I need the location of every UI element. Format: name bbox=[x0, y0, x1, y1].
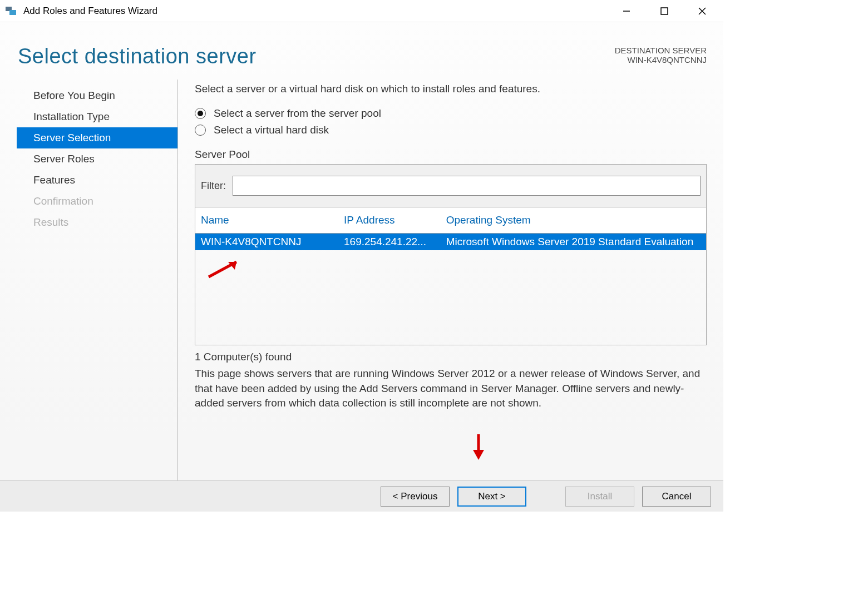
next-button[interactable]: Next > bbox=[457, 487, 526, 507]
minimize-button[interactable] bbox=[615, 3, 638, 19]
maximize-button[interactable] bbox=[653, 3, 675, 19]
wizard-footer: < Previous Next > Install Cancel bbox=[0, 480, 723, 512]
svg-rect-3 bbox=[661, 8, 668, 14]
table-filler bbox=[195, 250, 706, 345]
nav-features[interactable]: Features bbox=[17, 170, 177, 191]
app-icon bbox=[4, 4, 18, 18]
col-name[interactable]: Name bbox=[195, 207, 338, 234]
table-row[interactable]: WIN-K4V8QNTCNNJ 169.254.241.22... Micros… bbox=[195, 234, 706, 251]
nav-results: Results bbox=[17, 212, 177, 233]
server-pool-box: Filter: Name IP Address Operating System… bbox=[195, 164, 707, 345]
nav-server-selection[interactable]: Server Selection bbox=[17, 127, 177, 148]
svg-marker-9 bbox=[473, 450, 484, 460]
wizard-sidebar: Before You Begin Installation Type Serve… bbox=[17, 80, 178, 480]
nav-before-you-begin[interactable]: Before You Begin bbox=[17, 85, 177, 106]
filter-label: Filter: bbox=[201, 180, 226, 192]
close-button[interactable] bbox=[691, 3, 713, 19]
found-text: 1 Computer(s) found bbox=[195, 351, 707, 363]
radio-server-pool[interactable]: Select a server from the server pool bbox=[195, 107, 707, 120]
radio-vhd[interactable]: Select a virtual hard disk bbox=[195, 124, 707, 136]
intro-text: Select a server or a virtual hard disk o… bbox=[195, 83, 707, 95]
annotation-arrow-icon bbox=[470, 433, 487, 461]
previous-button[interactable]: < Previous bbox=[381, 487, 450, 507]
nav-server-roles[interactable]: Server Roles bbox=[17, 148, 177, 170]
svg-rect-1 bbox=[9, 10, 16, 15]
install-button: Install bbox=[565, 487, 634, 507]
server-table: Name IP Address Operating System WIN-K4V… bbox=[195, 207, 706, 250]
cancel-button[interactable]: Cancel bbox=[642, 487, 711, 507]
radio-icon bbox=[195, 125, 206, 136]
cell-name: WIN-K4V8QNTCNNJ bbox=[195, 234, 338, 251]
explain-text: This page shows servers that are running… bbox=[195, 366, 707, 411]
cell-os: Microsoft Windows Server 2019 Standard E… bbox=[441, 234, 706, 251]
destination-label: DESTINATION SERVER bbox=[615, 46, 707, 55]
page-title: Select destination server bbox=[18, 44, 257, 68]
main-panel: Select a server or a virtual hard disk o… bbox=[178, 80, 707, 480]
radio-label: Select a virtual hard disk bbox=[214, 124, 329, 136]
col-ip[interactable]: IP Address bbox=[338, 207, 441, 234]
destination-value: WIN-K4V8QNTCNNJ bbox=[615, 55, 707, 65]
titlebar: Add Roles and Features Wizard bbox=[0, 0, 723, 22]
filter-input[interactable] bbox=[233, 176, 701, 196]
radio-label: Select a server from the server pool bbox=[214, 107, 381, 120]
window-title: Add Roles and Features Wizard bbox=[23, 6, 157, 17]
radio-icon bbox=[195, 108, 206, 119]
server-pool-heading: Server Pool bbox=[195, 148, 707, 161]
nav-confirmation: Confirmation bbox=[17, 191, 177, 212]
cell-ip: 169.254.241.22... bbox=[338, 234, 441, 251]
destination-block: DESTINATION SERVER WIN-K4V8QNTCNNJ bbox=[615, 44, 707, 65]
col-os[interactable]: Operating System bbox=[441, 207, 706, 234]
nav-installation-type[interactable]: Installation Type bbox=[17, 106, 177, 127]
